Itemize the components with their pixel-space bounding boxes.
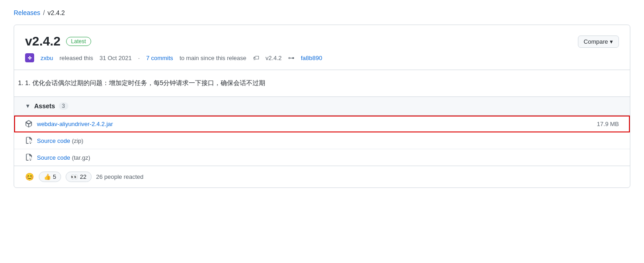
eyes-count: 22	[80, 173, 86, 180]
asset-jar-row: webdav-aliyundriver-2.4.2.jar 17.9 MB	[14, 116, 630, 132]
thumbsup-reaction[interactable]: 👍 5	[39, 172, 61, 182]
assets-header[interactable]: ▼ Assets 3	[14, 97, 630, 116]
targz-asset-link[interactable]: Source code (tar.gz)	[37, 154, 90, 161]
assets-section: ▼ Assets 3 webdav-aliyundriver-2.4.2.jar…	[14, 97, 630, 166]
assets-title: Assets	[34, 102, 55, 110]
people-reacted-text: 26 people reacted	[96, 173, 144, 180]
zip-asset-name: Source code	[37, 137, 70, 144]
latest-badge: Latest	[66, 37, 91, 46]
tag-value: v2.4.2	[266, 55, 282, 61]
tag-icon: 🏷	[253, 54, 259, 61]
release-meta: ✜ zxbu released this 31 Oct 2021 · 7 com…	[25, 53, 619, 62]
eyes-icon: 👀	[71, 173, 78, 180]
author-link[interactable]: zxbu	[41, 55, 53, 61]
compare-button[interactable]: Compare ▾	[578, 35, 619, 48]
assets-count: 3	[59, 102, 68, 110]
asset-left: webdav-aliyundriver-2.4.2.jar	[25, 120, 113, 127]
release-notes: 1. 优化会话偶尔过期的问题：增加定时任务，每5分钟请求一下接口，确保会话不过期	[14, 70, 630, 97]
targz-asset-suffix: (tar.gz)	[72, 154, 90, 161]
release-card: v2.4.2 Latest Compare ▾ ✜ zxbu released …	[14, 25, 630, 188]
release-title-left: v2.4.2 Latest	[25, 34, 91, 49]
package-icon	[25, 120, 32, 127]
release-version: v2.4.2	[25, 34, 61, 49]
jar-asset-link[interactable]: webdav-aliyundriver-2.4.2.jar	[37, 121, 113, 127]
source-zip-icon	[25, 137, 32, 144]
source-targz-icon	[25, 154, 32, 161]
asset-zip-left: Source code (zip)	[25, 137, 83, 144]
highlighted-asset-wrapper: webdav-aliyundriver-2.4.2.jar 17.9 MB	[14, 116, 630, 132]
targz-asset-name: Source code	[37, 154, 70, 161]
commits-suffix: to main since this release	[180, 55, 247, 61]
breadcrumb-separator: /	[43, 9, 45, 16]
release-header: v2.4.2 Latest Compare ▾ ✜ zxbu released …	[14, 25, 630, 70]
asset-targz-row: Source code (tar.gz)	[14, 149, 630, 166]
commit-icon: ⊶	[288, 54, 294, 61]
asset-zip-row: Source code (zip)	[14, 132, 630, 149]
jar-asset-size: 17.9 MB	[597, 121, 619, 127]
asset-targz-left: Source code (tar.gz)	[25, 154, 90, 161]
release-note-item: 1. 优化会话偶尔过期的问题：增加定时任务，每5分钟请求一下接口，确保会话不过期	[25, 79, 619, 87]
zip-asset-link[interactable]: Source code (zip)	[37, 137, 83, 144]
release-title-row: v2.4.2 Latest Compare ▾	[25, 34, 619, 49]
release-notes-list: 1. 优化会话偶尔过期的问题：增加定时任务，每5分钟请求一下接口，确保会话不过期	[25, 79, 619, 87]
reactions-bar: 😊 👍 5 👀 22 26 people reacted	[14, 166, 630, 187]
meta-dot: ·	[138, 55, 140, 61]
release-date: 31 Oct 2021	[99, 55, 132, 61]
releases-link[interactable]: Releases	[14, 9, 40, 16]
thumbsup-icon: 👍	[44, 173, 51, 180]
thumbsup-count: 5	[53, 173, 56, 180]
commit-hash-link[interactable]: fa8b890	[301, 55, 322, 61]
chevron-down-icon: ▾	[610, 38, 613, 45]
commits-link[interactable]: 7 commits	[146, 55, 173, 61]
eyes-reaction[interactable]: 👀 22	[66, 172, 91, 182]
add-reaction-emoji[interactable]: 😊	[25, 172, 34, 181]
breadcrumb: Releases / v2.4.2	[14, 9, 630, 16]
author-avatar: ✜	[25, 53, 34, 62]
release-action: released this	[59, 55, 93, 61]
assets-toggle-icon: ▼	[25, 103, 31, 109]
compare-label: Compare	[584, 38, 608, 45]
zip-asset-suffix: (zip)	[72, 137, 83, 144]
breadcrumb-current: v2.4.2	[47, 9, 65, 16]
